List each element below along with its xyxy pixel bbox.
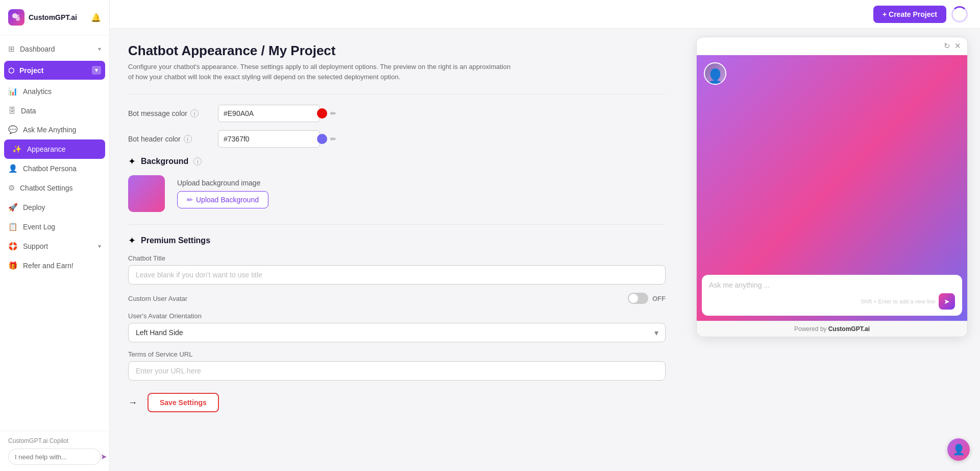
bot-message-color-label: Bot message color i	[128, 109, 210, 117]
send-button-preview[interactable]: ➤	[939, 293, 955, 310]
premium-divider	[128, 224, 666, 225]
bg-upload-area: Upload background image ✏ Upload Backgro…	[128, 175, 666, 212]
svg-point-1	[16, 17, 20, 21]
bot-message-color-dot	[317, 108, 327, 119]
sidebar-item-deploy[interactable]: 🚀 Deploy	[0, 198, 109, 217]
avatar-person-icon: 👤	[706, 69, 724, 84]
upload-background-button[interactable]: ✏ Upload Background	[177, 191, 268, 208]
sidebar-item-ask-label: Ask Me Anything	[23, 126, 76, 134]
svg-point-2	[16, 14, 19, 17]
premium-sparkle-icon: ✦	[128, 235, 136, 246]
chat-powered-by: Powered by CustomGPT.ai	[697, 321, 967, 337]
chat-avatar-inner: 👤	[705, 63, 725, 84]
chat-preview-titlebar: ↻ ✕	[697, 37, 967, 55]
page-title: Chatbot Appearance / My Project	[128, 43, 666, 59]
sidebar-item-event-log[interactable]: 📋 Event Log	[0, 217, 109, 237]
notification-bell-icon[interactable]: 🔔	[91, 13, 101, 22]
chat-bot-avatar: 👤	[704, 62, 726, 85]
bot-header-color-edit-icon[interactable]: ✏	[330, 135, 336, 143]
chatbot-title-label: Chatbot Title	[128, 254, 666, 262]
sidebar-item-data[interactable]: 🗄 Data	[0, 101, 109, 120]
loading-spinner	[951, 6, 968, 22]
sidebar-item-project-label: Project	[19, 66, 43, 75]
bot-header-color-input[interactable]	[218, 130, 320, 148]
copilot-label: CustomGPT.ai Copilot	[8, 437, 101, 444]
logo-icon	[8, 9, 24, 26]
sidebar-item-support[interactable]: 🛟 Support ▾	[0, 237, 109, 256]
sidebar-item-project[interactable]: ⬡ Project ▾	[4, 61, 105, 80]
bot-message-color-value[interactable]	[224, 109, 313, 117]
sidebar-nav: ⊞ Dashboard ▾ ⬡ Project ▾ 📊 Analytics 🗄 …	[0, 35, 109, 431]
chat-input-box: Ask me anything ... Shift + Enter to add…	[702, 275, 962, 316]
deploy-icon: 🚀	[8, 203, 18, 212]
project-icon: ⬡	[8, 66, 14, 75]
support-icon: 🛟	[8, 242, 18, 251]
sidebar-item-settings-label: Chatbot Settings	[20, 184, 73, 192]
bg-upload-controls: Upload background image ✏ Upload Backgro…	[177, 179, 268, 208]
custom-avatar-toggle-wrap: OFF	[628, 293, 666, 304]
eventlog-icon: 📋	[8, 222, 18, 231]
sidebar-item-ask-me-anything[interactable]: 💬 Ask Me Anything	[0, 120, 109, 139]
logo-text: CustomGPT.ai	[29, 13, 77, 21]
sidebar-item-appearance[interactable]: ✨ Appearance	[4, 139, 105, 159]
send-icon: ➤	[944, 297, 950, 305]
close-icon[interactable]: ✕	[954, 41, 961, 51]
appearance-icon: ✨	[12, 145, 22, 154]
sidebar-item-chatbot-persona[interactable]: 👤 Chatbot Persona	[0, 159, 109, 178]
project-chevron-icon[interactable]: ▾	[92, 66, 101, 75]
arrow-indicator: →	[128, 397, 139, 408]
sidebar-item-analytics-label: Analytics	[23, 87, 52, 96]
bot-message-color-info-icon[interactable]: i	[190, 109, 199, 117]
dashboard-icon: ⊞	[8, 44, 15, 54]
toggle-off-label: OFF	[652, 295, 666, 302]
bot-header-color-value[interactable]	[224, 135, 313, 143]
sidebar-item-dashboard-label: Dashboard	[20, 45, 55, 53]
arrow-right-icon: →	[128, 397, 137, 408]
bot-header-color-dot	[317, 134, 327, 144]
preview-panel: ↻ ✕ 👤 Ask me anything ...	[684, 29, 980, 471]
save-settings-button[interactable]: Save Settings	[148, 393, 219, 412]
copilot-input[interactable]	[15, 453, 101, 461]
chevron-down-icon: ▾	[98, 45, 101, 53]
content-area: Chatbot Appearance / My Project Configur…	[110, 29, 980, 471]
sidebar-item-refer-earn[interactable]: 🎁 Refer and Earn!	[0, 256, 109, 275]
bot-message-color-edit-icon[interactable]: ✏	[330, 109, 336, 117]
section-divider	[128, 94, 666, 95]
corner-avatar[interactable]: 👤	[947, 438, 970, 461]
sidebar-item-eventlog-label: Event Log	[23, 223, 55, 231]
background-sparkle-icon: ✦	[128, 156, 136, 167]
premium-section-header: ✦ Premium Settings	[128, 235, 666, 246]
ask-icon: 💬	[8, 125, 18, 134]
page-description: Configure your chatbot's appearance. The…	[128, 62, 516, 82]
background-section-title: Background	[141, 157, 188, 166]
logo-area: CustomGPT.ai 🔔	[0, 0, 109, 35]
copilot-section: CustomGPT.ai Copilot ➤	[0, 431, 109, 471]
create-project-button[interactable]: + Create Project	[873, 6, 946, 23]
custom-avatar-label: Custom User Avatar	[128, 295, 187, 302]
data-icon: 🗄	[8, 106, 16, 115]
main-content: + Create Project Chatbot Appearance / My…	[110, 0, 980, 471]
sidebar-item-deploy-label: Deploy	[23, 203, 45, 211]
bot-header-color-row: Bot header color i ✏	[128, 130, 666, 148]
sidebar-item-dashboard[interactable]: ⊞ Dashboard ▾	[0, 39, 109, 59]
custom-avatar-toggle[interactable]	[628, 293, 648, 304]
copilot-send-icon[interactable]: ➤	[101, 452, 107, 461]
form-panel: Chatbot Appearance / My Project Configur…	[110, 29, 684, 471]
bg-preview	[128, 175, 165, 212]
chatbot-title-input[interactable]	[128, 265, 666, 285]
terms-of-service-input[interactable]	[128, 361, 666, 381]
avatar-orientation-label: User's Avatar Orientation	[128, 312, 666, 320]
sidebar-item-chatbot-settings[interactable]: ⚙ Chatbot Settings	[0, 178, 109, 198]
background-info-icon[interactable]: i	[193, 157, 202, 166]
analytics-icon: 📊	[8, 87, 18, 96]
bot-header-color-info-icon[interactable]: i	[184, 135, 192, 143]
refresh-icon[interactable]: ↻	[944, 41, 950, 51]
support-chevron-icon: ▾	[98, 243, 101, 250]
avatar-orientation-select[interactable]: Left Hand Side Right Hand Side	[128, 323, 666, 342]
persona-icon: 👤	[8, 164, 18, 173]
bot-message-color-row: Bot message color i ✏	[128, 105, 666, 122]
sidebar-item-analytics[interactable]: 📊 Analytics	[0, 82, 109, 101]
upload-bg-label: Upload background image	[177, 179, 268, 187]
custom-avatar-row: Custom User Avatar OFF	[128, 293, 666, 304]
bot-message-color-input[interactable]	[218, 105, 320, 122]
